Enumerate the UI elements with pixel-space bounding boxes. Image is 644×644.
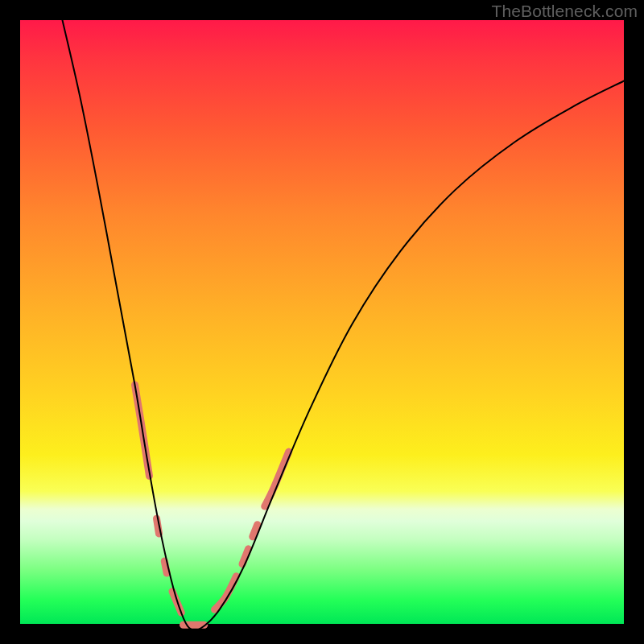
chart-svg [20,20,624,628]
chart-frame: TheBottleneck.com [0,0,644,644]
bottleneck-curve [63,20,625,630]
highlight-segments [135,385,289,625]
highlight-segment [215,576,237,610]
highlight-segment [265,452,289,506]
plot-area [20,20,624,624]
watermark-text: TheBottleneck.com [492,2,638,21]
